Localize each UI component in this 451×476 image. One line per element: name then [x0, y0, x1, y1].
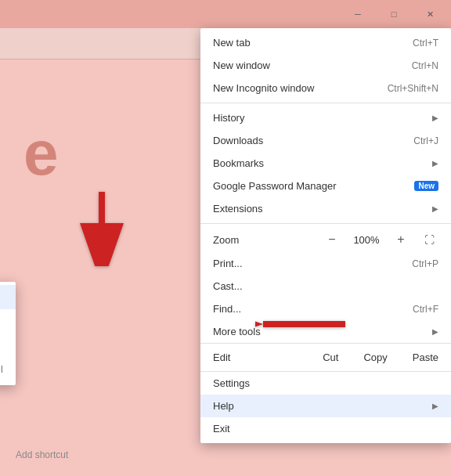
chrome-menu: New tab Ctrl+T New window Ctrl+N New Inc…	[200, 28, 451, 443]
separator-2	[200, 223, 451, 224]
edit-actions: Cut Copy Paste	[310, 347, 451, 368]
cut-button[interactable]: Cut	[310, 347, 351, 368]
edit-label: Edit	[200, 347, 310, 368]
menu-item-exit[interactable]: Exit	[200, 417, 451, 440]
submenu-item-about[interactable]: About Google Chrome	[0, 285, 16, 309]
submenu-item-help-center[interactable]: Help center	[0, 334, 16, 358]
menu-item-help[interactable]: Help ▶	[200, 395, 451, 417]
report-shortcut: Alt+Shift+I	[0, 364, 3, 375]
menu-item-new-window[interactable]: New window Ctrl+N	[200, 54, 451, 77]
menu-item-print[interactable]: Print... Ctrl+P	[200, 252, 451, 275]
menu-item-new-tab[interactable]: New tab Ctrl+T	[200, 31, 451, 54]
new-badge: New	[414, 181, 438, 191]
submenu-item-report-issue[interactable]: Report an issue... Alt+Shift+I	[0, 358, 16, 382]
menu-item-password-manager[interactable]: Google Password Manager New	[200, 175, 451, 197]
zoom-value: 100%	[351, 234, 382, 246]
titlebar: ─ □ ✕	[0, 0, 451, 28]
menu-item-settings[interactable]: Settings	[200, 372, 451, 395]
menu-item-cast[interactable]: Cast...	[200, 275, 451, 298]
paste-button[interactable]: Paste	[400, 347, 451, 368]
zoom-row: Zoom − 100% + ⛶	[200, 227, 451, 252]
minimize-button[interactable]: ─	[340, 0, 376, 28]
separator-1	[200, 103, 451, 103]
arrow-down-indicator	[78, 188, 125, 269]
submenu-item-whats-new[interactable]: What's New	[0, 309, 16, 334]
menu-item-downloads[interactable]: Downloads Ctrl+J	[200, 129, 451, 152]
arrow-left-indicator	[255, 308, 349, 342]
menu-item-extensions[interactable]: Extensions ▶	[200, 197, 451, 220]
zoom-controls: − 100% + ⛶	[323, 230, 438, 249]
menu-item-incognito[interactable]: New Incognito window Ctrl+Shift+N	[200, 77, 451, 99]
zoom-out-button[interactable]: −	[323, 230, 341, 249]
help-submenu: About Google Chrome What's New Help cent…	[0, 282, 16, 385]
copy-button[interactable]: Copy	[351, 347, 399, 368]
edit-row: Edit Cut Copy Paste	[200, 343, 451, 372]
zoom-label: Zoom	[213, 234, 323, 246]
zoom-in-button[interactable]: +	[391, 230, 410, 249]
add-shortcut-label: Add shortcut	[16, 449, 68, 460]
maximize-button[interactable]: □	[376, 0, 412, 28]
brand-letter: e	[23, 122, 59, 185]
zoom-fullscreen-button[interactable]: ⛶	[420, 230, 438, 249]
close-button[interactable]: ✕	[412, 0, 448, 28]
menu-item-history[interactable]: History ▶	[200, 106, 451, 129]
menu-item-bookmarks[interactable]: Bookmarks ▶	[200, 152, 451, 175]
